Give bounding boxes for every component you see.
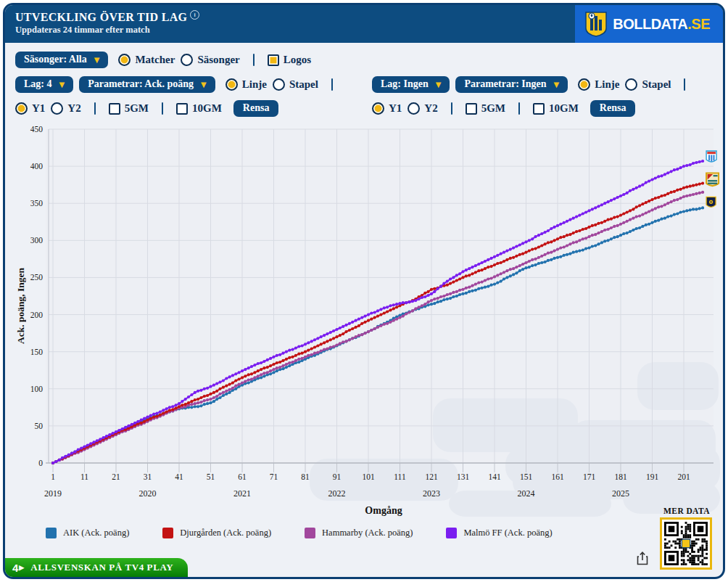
svg-text:71: 71 — [270, 472, 278, 481]
group1-row-a: Lag: 4▼ Parametrar: Ack. poäng▼ Linje St… — [15, 75, 372, 94]
param-dropdown-2[interactable]: Parametrar: Ingen▼ — [455, 76, 568, 93]
radio-linje-2-icon — [578, 78, 590, 91]
chevron-down-icon: ▼ — [554, 81, 560, 89]
svg-text:111: 111 — [394, 472, 406, 481]
svg-text:2022: 2022 — [328, 488, 346, 499]
qr-code-image — [664, 522, 708, 565]
tv4-play-banner[interactable]: 4▶ ALLSVENSKAN PÅ TV4 PLAY — [5, 558, 188, 577]
group1-row-b: Y1 Y2 5GM 10GM Rensa — [15, 99, 372, 118]
checkbox-5gm-2-icon — [466, 103, 477, 115]
checkbox-10gm-2[interactable]: 10GM — [533, 102, 579, 115]
radio-linje-2[interactable]: Linje — [578, 78, 619, 91]
chevron-down-icon: ▼ — [436, 81, 442, 89]
aik-crest-icon — [706, 197, 716, 207]
filter-group-1: Lag: 4▼ Parametrar: Ack. poäng▼ Linje St… — [15, 75, 372, 118]
checkbox-5gm-1[interactable]: 5GM — [109, 102, 149, 115]
legend-label: Hammarby (Ack. poäng) — [322, 528, 413, 538]
radio-sasonger[interactable]: Säsonger — [181, 54, 239, 66]
rensa-button-1[interactable]: Rensa — [233, 100, 279, 117]
radio-y2-2-label: Y2 — [424, 102, 437, 115]
legend-item-aik: AIK (Ack. poäng) — [46, 528, 129, 538]
svg-text:400: 400 — [30, 162, 44, 171]
radio-stapel-1-label: Stapel — [289, 78, 318, 91]
share-icon[interactable] — [636, 551, 649, 565]
param-dropdown-1[interactable]: Parametrar: Ack. poäng▼ — [79, 76, 215, 93]
lag-dropdown-1[interactable]: Lag: 4▼ — [15, 76, 73, 93]
radio-y1-2[interactable]: Y1 — [372, 102, 402, 115]
info-icon[interactable]: i — [190, 10, 199, 20]
svg-text:101: 101 — [362, 472, 375, 481]
radio-stapel-2-label: Stapel — [642, 78, 671, 91]
bolldata-logo[interactable]: BOLLDATA.SE — [575, 5, 723, 43]
radio-linje-1[interactable]: Linje — [226, 78, 267, 91]
svg-text:131: 131 — [457, 472, 470, 481]
checkbox-10gm-1[interactable]: 10GM — [176, 102, 222, 115]
bolldata-card: UTVECKLING ÖVER TID LAGi Uppdateras 24 t… — [3, 3, 725, 579]
lag-dropdown-1-label: Lag: 4 — [24, 78, 52, 90]
svg-text:2023: 2023 — [423, 488, 440, 499]
mff-crest-icon — [706, 151, 716, 162]
radio-y2-2[interactable]: Y2 — [408, 102, 437, 115]
play-icon: ▶ — [19, 564, 24, 571]
svg-text:151: 151 — [520, 472, 533, 481]
page-title-text: UTVECKLING ÖVER TID LAG — [15, 11, 187, 23]
svg-text:61: 61 — [238, 472, 247, 481]
svg-text:Omgång: Omgång — [365, 505, 402, 516]
chevron-down-icon: ▼ — [94, 56, 100, 64]
page: UTVECKLING ÖVER TID LAGi Uppdateras 24 t… — [0, 0, 728, 582]
checkbox-logos[interactable]: Logos — [268, 54, 311, 66]
svg-text:2020: 2020 — [139, 488, 157, 499]
divider — [94, 102, 96, 115]
legend-item-malmo: Malmö FF (Ack. poäng) — [446, 528, 552, 538]
svg-text:171: 171 — [583, 472, 596, 481]
brand-name: BOLLDATA.SE — [613, 16, 710, 33]
radio-y1-1-icon — [15, 102, 28, 115]
divider — [253, 54, 255, 66]
radio-y1-2-icon — [372, 102, 384, 115]
radio-linje-1-label: Linje — [242, 78, 267, 91]
radio-sasonger-icon — [181, 54, 193, 66]
dif-crest-icon — [706, 173, 719, 187]
seasons-dropdown[interactable]: Säsonger: Alla▼ — [15, 52, 108, 68]
page-subtitle: Uppdateras 24 timmar efter match — [15, 25, 199, 36]
checkbox-logos-icon — [268, 54, 279, 66]
checkbox-10gm-2-icon — [533, 103, 545, 115]
filter-group-2: Lag: Ingen▼ Parametrar: Ingen▼ Linje Sta… — [372, 75, 688, 118]
svg-text:41: 41 — [175, 472, 183, 481]
radio-sasonger-label: Säsonger — [197, 54, 239, 66]
svg-text:150: 150 — [30, 348, 44, 356]
svg-text:2024: 2024 — [518, 488, 535, 499]
lag-dropdown-2[interactable]: Lag: Ingen▼ — [372, 76, 450, 93]
radio-stapel-2[interactable]: Stapel — [625, 78, 671, 91]
svg-text:191: 191 — [646, 472, 659, 481]
radio-stapel-2-icon — [625, 78, 637, 91]
hammarby-swatch-icon — [305, 528, 315, 538]
radio-y2-1-icon — [51, 102, 63, 115]
svg-text:300: 300 — [30, 236, 44, 245]
tv4-banner-label: ALLSVENSKAN PÅ TV4 PLAY — [30, 562, 173, 573]
param-dropdown-2-label: Parametrar: Ingen — [464, 78, 546, 90]
bolldata-shield-icon — [585, 11, 607, 37]
brand-name-text: BOLLDATA — [613, 16, 687, 32]
rensa-button-2[interactable]: Rensa — [590, 100, 636, 117]
chart-area: Ack. poäng, Ingen 0501001502002503003504… — [5, 119, 723, 517]
svg-text:250: 250 — [30, 273, 44, 282]
radio-matcher-label: Matcher — [135, 54, 175, 66]
checkbox-logos-label: Logos — [284, 54, 311, 66]
seasons-dropdown-label: Säsonger: Alla — [24, 54, 87, 65]
radio-y1-1[interactable]: Y1 — [15, 102, 45, 115]
svg-text:350: 350 — [30, 199, 44, 208]
y-axis-title: Ack. poäng, Ingen — [15, 250, 27, 344]
radio-y2-1[interactable]: Y2 — [51, 102, 80, 115]
svg-text:1: 1 — [51, 472, 55, 481]
svg-text:50: 50 — [35, 422, 44, 430]
radio-matcher[interactable]: Matcher — [118, 54, 175, 66]
svg-text:2021: 2021 — [233, 488, 251, 499]
chart-legend: AIK (Ack. poäng) Djurgården (Ack. poäng)… — [5, 525, 723, 540]
divider — [331, 78, 333, 91]
checkbox-5gm-2[interactable]: 5GM — [466, 102, 505, 115]
page-title: UTVECKLING ÖVER TID LAGi — [15, 10, 199, 24]
legend-label: AIK (Ack. poäng) — [63, 528, 129, 538]
radio-stapel-1[interactable]: Stapel — [273, 78, 318, 91]
svg-text:2019: 2019 — [44, 488, 62, 499]
